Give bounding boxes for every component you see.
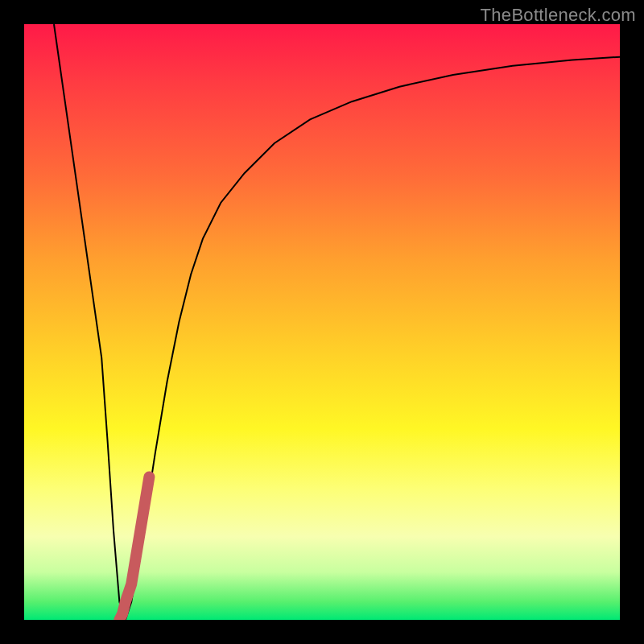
chart-plot-area — [24, 24, 620, 620]
chart-frame: TheBottleneck.com — [0, 0, 644, 644]
highlight-marker — [119, 477, 149, 620]
watermark-text: TheBottleneck.com — [481, 5, 636, 26]
chart-svg — [24, 24, 620, 620]
